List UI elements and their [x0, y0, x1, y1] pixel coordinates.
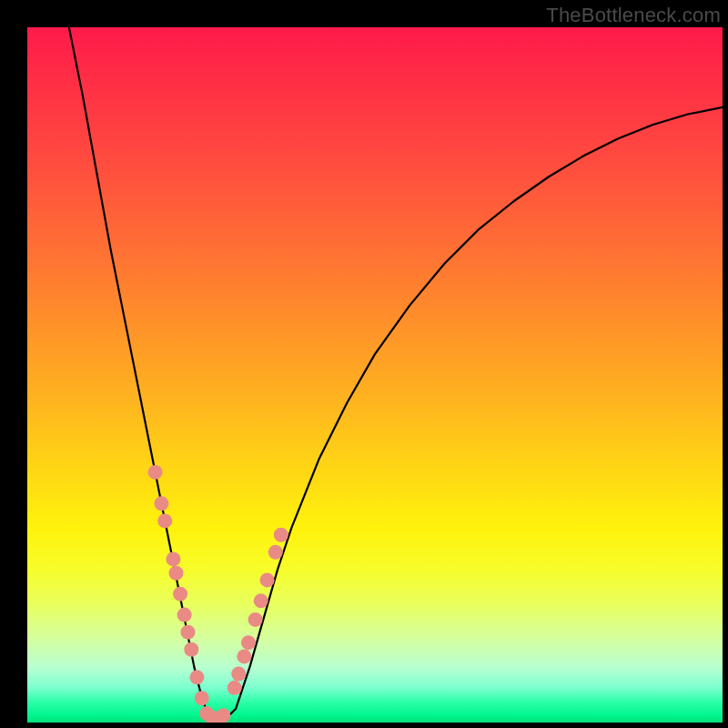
data-dot: [216, 708, 230, 723]
data-dot: [254, 593, 268, 608]
data-dot: [248, 612, 263, 627]
data-dot: [189, 670, 204, 684]
viewport-frame: TheBottleneck.com: [0, 0, 728, 728]
data-dot: [241, 635, 256, 650]
data-dot: [268, 545, 283, 560]
data-dot: [173, 587, 187, 602]
watermark-text: TheBottleneck.com: [546, 4, 721, 27]
data-dot: [166, 551, 180, 566]
plot-area: [27, 27, 723, 723]
chart-svg: [27, 27, 723, 723]
data-dots-group: [148, 465, 288, 723]
data-dot: [237, 649, 251, 663]
data-dot: [157, 513, 172, 528]
data-dot: [148, 465, 163, 480]
data-dot: [195, 691, 209, 705]
data-dot: [180, 625, 195, 640]
data-dot: [154, 496, 168, 511]
data-dot: [177, 608, 192, 622]
data-dot: [231, 667, 246, 682]
data-dot: [228, 681, 242, 695]
curve-path: [69, 27, 723, 723]
data-dot: [274, 528, 288, 542]
bottleneck-curve: [69, 27, 723, 723]
data-dot: [169, 566, 184, 581]
data-dot: [260, 572, 275, 587]
data-dot: [184, 642, 198, 657]
